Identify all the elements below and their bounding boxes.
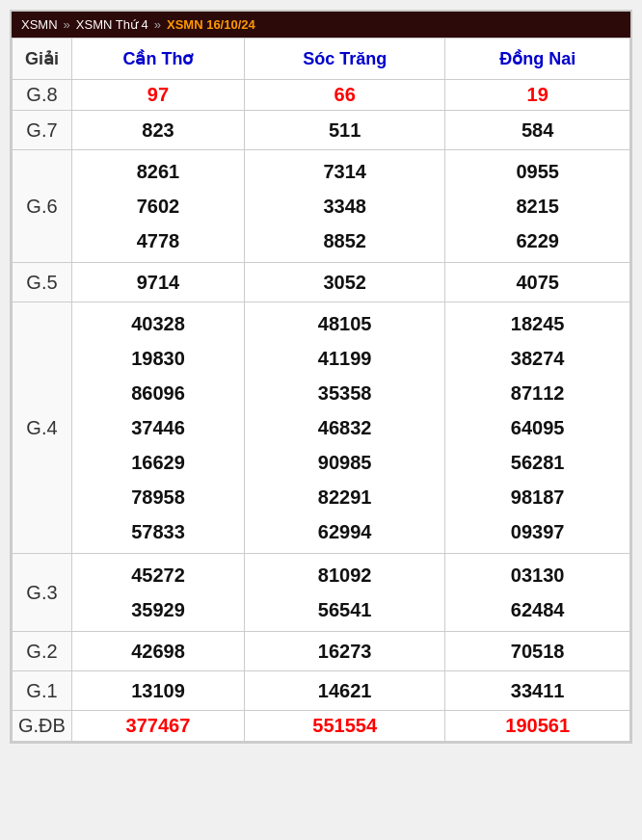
cell-value: 0955: [451, 154, 624, 189]
cell-value: 86096: [78, 376, 238, 410]
row-label: G.7: [13, 111, 72, 150]
row-label: G.8: [13, 80, 72, 111]
cell-value: 37446: [78, 410, 238, 445]
cell-value: 62484: [451, 592, 624, 627]
cell-soctrang: 48105411993535846832909858229162994: [245, 302, 445, 554]
cell-dongnai: 19: [445, 80, 630, 111]
cell-value: 82291: [251, 480, 439, 514]
cell-cantho: 42698: [71, 632, 244, 671]
cell-value: 35929: [78, 592, 238, 627]
cell-value: 09397: [451, 514, 624, 549]
breadcrumb-root: XSMN: [21, 17, 58, 32]
row-label: G.2: [13, 632, 72, 671]
breadcrumb: XSMN » XSMN Thứ 4 » XSMN 16/10/24: [12, 12, 630, 38]
breadcrumb-current[interactable]: XSMN 16/10/24: [167, 17, 255, 32]
cell-value: 62994: [251, 514, 439, 549]
cell-value: 90985: [251, 445, 439, 480]
cell-value: 81092: [251, 558, 439, 592]
cell-soctrang: 511: [245, 111, 445, 150]
header-giai: Giải: [13, 39, 72, 80]
cell-dongnai: 190561: [445, 711, 630, 742]
table-row: G.6826176024778731433488852095582156229: [13, 150, 630, 263]
row-label: G.5: [13, 263, 72, 302]
cell-value: 4778: [78, 223, 238, 258]
cell-cantho: 826176024778: [71, 150, 244, 263]
cell-value: 19830: [78, 341, 238, 376]
cell-value: 16629: [78, 445, 238, 480]
row-label: G.1: [13, 671, 72, 711]
cell-dongnai: 70518: [445, 632, 630, 671]
cell-value: 57833: [78, 514, 238, 549]
row-label: G.4: [13, 302, 72, 554]
cell-dongnai: 4075: [445, 263, 630, 302]
breadcrumb-sep2: »: [154, 17, 161, 32]
cell-value: 35358: [251, 376, 439, 410]
row-label: G.3: [13, 554, 72, 632]
cell-value: 56281: [451, 445, 624, 480]
cell-value: 03130: [451, 558, 624, 592]
table-row: G.8976619: [13, 80, 630, 111]
cell-value: 40328: [78, 306, 238, 341]
cell-soctrang: 551554: [245, 711, 445, 742]
cell-cantho: 40328198308609637446166297895857833: [71, 302, 244, 554]
cell-value: 48105: [251, 306, 439, 341]
table-row: G.ĐB377467551554190561: [13, 711, 630, 742]
header-cantho: Cần Thơ: [71, 39, 244, 80]
row-label: G.ĐB: [13, 711, 72, 742]
cell-soctrang: 16273: [245, 632, 445, 671]
page-wrapper: XSMN » XSMN Thứ 4 » XSMN 16/10/24 Giải C…: [10, 10, 632, 744]
cell-dongnai: 33411: [445, 671, 630, 711]
lottery-table: Giải Cần Thơ Sóc Trăng Đồng Nai G.897661…: [12, 38, 630, 742]
cell-value: 3348: [251, 189, 439, 223]
cell-cantho: 377467: [71, 711, 244, 742]
cell-cantho: 13109: [71, 671, 244, 711]
breadcrumb-level2[interactable]: XSMN Thứ 4: [76, 17, 148, 32]
cell-value: 78958: [78, 480, 238, 514]
cell-value: 8852: [251, 223, 439, 258]
row-label: G.6: [13, 150, 72, 263]
breadcrumb-sep1: »: [64, 17, 70, 32]
cell-value: 7314: [251, 154, 439, 189]
cell-value: 41199: [251, 341, 439, 376]
cell-cantho: 823: [71, 111, 244, 150]
cell-cantho: 97: [71, 80, 244, 111]
cell-soctrang: 14621: [245, 671, 445, 711]
cell-dongnai: 095582156229: [445, 150, 630, 263]
table-row: G.2426981627370518: [13, 632, 630, 671]
cell-dongnai: 0313062484: [445, 554, 630, 632]
table-header: Giải Cần Thơ Sóc Trăng Đồng Nai: [13, 39, 630, 80]
cell-soctrang: 731433488852: [245, 150, 445, 263]
cell-soctrang: 3052: [245, 263, 445, 302]
cell-cantho: 4527235929: [71, 554, 244, 632]
cell-value: 87112: [451, 376, 624, 410]
cell-dongnai: 18245382748711264095562819818709397: [445, 302, 630, 554]
table-row: G.1131091462133411: [13, 671, 630, 711]
table-row: G.7823511584: [13, 111, 630, 150]
cell-value: 56541: [251, 592, 439, 627]
cell-dongnai: 584: [445, 111, 630, 150]
table-row: G.3452723592981092565410313062484: [13, 554, 630, 632]
cell-value: 7602: [78, 189, 238, 223]
cell-value: 18245: [451, 306, 624, 341]
cell-cantho: 9714: [71, 263, 244, 302]
cell-value: 98187: [451, 480, 624, 514]
table-body: G.8976619G.7823511584G.68261760247787314…: [13, 80, 630, 742]
cell-value: 8215: [451, 189, 624, 223]
table-row: G.44032819830860963744616629789585783348…: [13, 302, 630, 554]
cell-value: 64095: [451, 410, 624, 445]
cell-value: 6229: [451, 223, 624, 258]
table-row: G.5971430524075: [13, 263, 630, 302]
cell-value: 45272: [78, 558, 238, 592]
header-soctrang: Sóc Trăng: [245, 39, 445, 80]
header-dongnai: Đồng Nai: [445, 39, 630, 80]
cell-value: 46832: [251, 410, 439, 445]
cell-value: 38274: [451, 341, 624, 376]
cell-soctrang: 66: [245, 80, 445, 111]
cell-soctrang: 8109256541: [245, 554, 445, 632]
cell-value: 8261: [78, 154, 238, 189]
